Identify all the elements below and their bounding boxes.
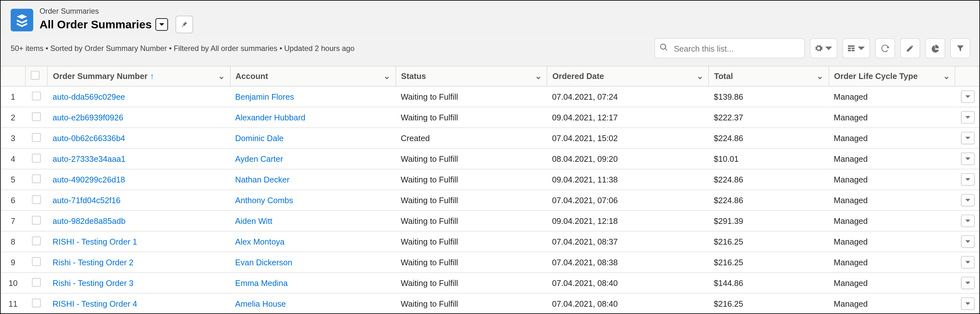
row-select[interactable] bbox=[25, 128, 48, 148]
checkbox[interactable] bbox=[32, 174, 41, 183]
table-row: 3auto-0b62c66336b4Dominic DaleCreated07.… bbox=[1, 128, 980, 148]
checkbox[interactable] bbox=[32, 215, 41, 225]
order-summary-link[interactable]: auto-0b62c66336b4 bbox=[52, 134, 125, 143]
order-summary-link[interactable]: RISHI - Testing Order 4 bbox=[52, 299, 137, 309]
object-icon bbox=[11, 9, 33, 32]
account-link[interactable]: Dominic Dale bbox=[235, 134, 283, 143]
chevron-down-icon[interactable]: ⌄ bbox=[535, 72, 542, 81]
refresh-button[interactable] bbox=[875, 38, 895, 58]
row-select[interactable] bbox=[25, 252, 48, 273]
row-actions-button[interactable] bbox=[961, 277, 974, 289]
row-actions-button[interactable] bbox=[961, 194, 974, 206]
caret-down-icon bbox=[964, 94, 971, 100]
checkbox[interactable] bbox=[32, 278, 41, 287]
checkbox[interactable] bbox=[32, 133, 41, 142]
checkbox[interactable] bbox=[32, 91, 41, 100]
row-select[interactable] bbox=[25, 210, 48, 231]
pie-chart-icon bbox=[931, 44, 940, 53]
row-select[interactable] bbox=[25, 273, 48, 293]
row-number: 8 bbox=[1, 231, 25, 252]
row-select[interactable] bbox=[25, 86, 48, 107]
chevron-down-icon[interactable]: ⌄ bbox=[697, 72, 703, 81]
account-link[interactable]: Emma Medina bbox=[235, 278, 288, 288]
display-as-button[interactable] bbox=[843, 38, 870, 58]
order-summary-link[interactable]: auto-982de8a85adb bbox=[52, 216, 126, 226]
chevron-down-icon[interactable]: ⌄ bbox=[383, 72, 390, 81]
table-row: 11RISHI - Testing Order 4Amelia HouseWai… bbox=[1, 293, 980, 314]
col-ordered-date[interactable]: Ordered Date⌄ bbox=[547, 66, 709, 86]
cell-account: Nathan Decker bbox=[230, 169, 396, 190]
account-link[interactable]: Alex Montoya bbox=[235, 237, 285, 247]
checkbox[interactable] bbox=[32, 112, 41, 121]
row-select[interactable] bbox=[25, 169, 48, 190]
col-lifecycle-type[interactable]: Order Life Cycle Type⌄ bbox=[829, 66, 956, 86]
row-actions-button[interactable] bbox=[961, 256, 974, 268]
table-icon bbox=[847, 44, 856, 53]
row-actions-button[interactable] bbox=[961, 297, 974, 310]
row-actions-button[interactable] bbox=[961, 173, 974, 186]
col-order-summary-number[interactable]: Order Summary Number↑⌄ bbox=[48, 66, 231, 86]
caret-down-icon bbox=[964, 114, 971, 121]
gear-icon bbox=[814, 44, 823, 53]
row-actions-button[interactable] bbox=[961, 153, 974, 165]
order-summary-link[interactable]: auto-dda569c029ee bbox=[52, 92, 125, 102]
checkbox[interactable] bbox=[32, 236, 41, 245]
caret-down-icon bbox=[857, 44, 866, 53]
cell-order-summary-number: auto-982de8a85adb bbox=[48, 210, 231, 231]
account-link[interactable]: Nathan Decker bbox=[235, 175, 290, 184]
account-link[interactable]: Anthony Combs bbox=[235, 196, 293, 205]
order-summary-link[interactable]: auto-27333e34aaa1 bbox=[52, 154, 126, 164]
chevron-down-icon[interactable]: ⌄ bbox=[218, 72, 225, 81]
col-total[interactable]: Total⌄ bbox=[709, 66, 829, 86]
cell-total: $224.86 bbox=[709, 190, 829, 210]
cell-lifecycle: Managed bbox=[829, 128, 956, 148]
row-number: 3 bbox=[1, 128, 25, 148]
edit-list-button[interactable] bbox=[900, 38, 920, 58]
row-select[interactable] bbox=[25, 148, 48, 169]
row-select[interactable] bbox=[25, 293, 48, 314]
account-link[interactable]: Evan Dickerson bbox=[235, 258, 292, 267]
order-summary-link[interactable]: auto-e2b6939f0926 bbox=[52, 113, 123, 122]
account-link[interactable]: Aiden Witt bbox=[235, 216, 272, 226]
checkbox[interactable] bbox=[31, 71, 40, 80]
row-actions-button[interactable] bbox=[961, 215, 974, 227]
cell-account: Aiden Witt bbox=[230, 210, 396, 231]
row-actions-button[interactable] bbox=[961, 91, 974, 103]
row-select[interactable] bbox=[25, 107, 48, 128]
account-link[interactable]: Ayden Carter bbox=[235, 154, 283, 164]
checkbox[interactable] bbox=[32, 153, 41, 163]
cell-order-summary-number: Rishi - Testing Order 3 bbox=[48, 273, 231, 293]
row-select[interactable] bbox=[25, 190, 48, 210]
checkbox[interactable] bbox=[32, 257, 41, 266]
order-summary-link[interactable]: RISHI - Testing Order 1 bbox=[52, 237, 137, 247]
col-select-all[interactable] bbox=[25, 66, 48, 86]
cell-actions bbox=[955, 107, 980, 128]
col-account[interactable]: Account⌄ bbox=[230, 66, 396, 86]
checkbox[interactable] bbox=[32, 298, 41, 307]
chevron-down-icon[interactable]: ⌄ bbox=[943, 72, 950, 81]
order-summary-link[interactable]: Rishi - Testing Order 2 bbox=[52, 258, 133, 267]
refresh-icon bbox=[881, 44, 889, 53]
account-link[interactable]: Alexander Hubbard bbox=[235, 113, 305, 122]
chevron-down-icon[interactable]: ⌄ bbox=[816, 72, 824, 81]
list-view-name[interactable]: All Order Summaries bbox=[40, 18, 152, 31]
order-summary-link[interactable]: Rishi - Testing Order 3 bbox=[52, 278, 133, 288]
search-input[interactable] bbox=[654, 38, 805, 58]
checkbox[interactable] bbox=[32, 195, 41, 204]
account-link[interactable]: Amelia House bbox=[235, 299, 286, 309]
filter-button[interactable] bbox=[950, 38, 970, 58]
account-link[interactable]: Benjamin Flores bbox=[235, 92, 294, 102]
list-settings-button[interactable] bbox=[810, 38, 837, 58]
row-select[interactable] bbox=[25, 231, 48, 252]
row-actions-button[interactable] bbox=[961, 111, 974, 124]
chart-button[interactable] bbox=[925, 38, 945, 58]
order-summary-link[interactable]: auto-71fd04c52f16 bbox=[52, 196, 121, 205]
row-actions-button[interactable] bbox=[961, 132, 974, 144]
row-actions-button[interactable] bbox=[961, 235, 974, 248]
order-summary-link[interactable]: auto-490299c26d18 bbox=[52, 175, 125, 184]
cell-actions bbox=[955, 273, 980, 293]
list-view-switcher[interactable] bbox=[156, 18, 168, 30]
row-number: 1 bbox=[1, 86, 25, 107]
col-status[interactable]: Status⌄ bbox=[396, 66, 547, 86]
pin-list-button[interactable] bbox=[176, 16, 193, 33]
